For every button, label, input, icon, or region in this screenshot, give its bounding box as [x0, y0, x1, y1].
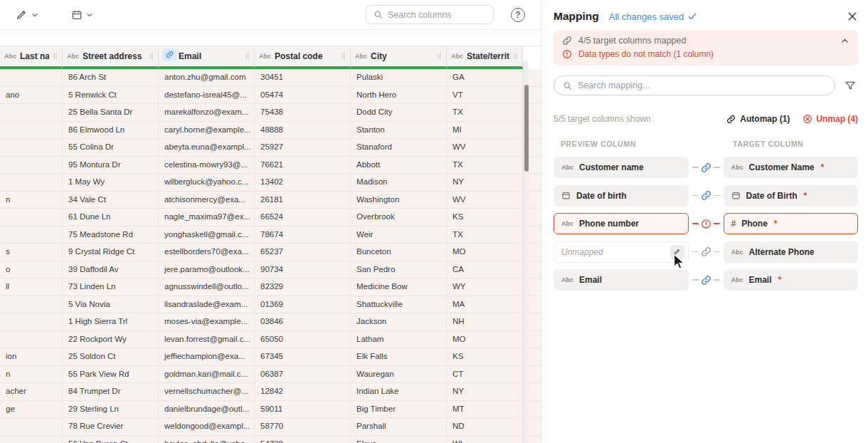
table-cell[interactable]: MO — [447, 244, 523, 261]
table-cell[interactable]: 95 Montura Dr — [63, 157, 159, 174]
table-cell[interactable]: NH — [447, 313, 523, 330]
vertical-scrollbar[interactable] — [523, 61, 529, 443]
table-cell[interactable]: nagle_maxima97@ex... — [159, 209, 255, 226]
table-cell[interactable]: 39 Daffodil Av — [63, 261, 159, 278]
table-cell[interactable]: n — [0, 192, 63, 209]
drag-handle-icon[interactable]: ⠿ — [149, 53, 154, 61]
table-cell[interactable]: 30451 — [255, 69, 351, 86]
table-cell[interactable]: danielbrundage@outl... — [159, 401, 255, 418]
table-cell[interactable]: San Pedro — [351, 261, 447, 278]
table-cell[interactable]: Big Timber — [351, 401, 447, 418]
table-cell[interactable]: caryl.horne@example... — [159, 122, 255, 139]
table-cell[interactable] — [0, 174, 63, 191]
table-cell[interactable]: 25 Bella Santa Dr — [63, 104, 159, 121]
table-cell[interactable]: Dodd City — [351, 104, 447, 121]
table-cell[interactable]: vernellschumacher@... — [159, 383, 255, 400]
preview-column-pill[interactable]: Date of birth — [554, 185, 689, 207]
drag-handle-icon[interactable]: ⠿ — [53, 53, 58, 61]
table-cell[interactable]: celestina-mowry93@... — [159, 157, 255, 174]
table-cell[interactable]: CT — [447, 366, 523, 383]
table-cell[interactable]: MT — [447, 401, 523, 418]
table-cell[interactable]: lisandraslade@exam... — [159, 296, 255, 313]
table-cell[interactable]: Weir — [351, 226, 447, 244]
target-column-pill[interactable]: Abc Email * — [724, 269, 859, 291]
table-cell[interactable]: s — [0, 244, 63, 261]
table-cell[interactable]: jere.paramo@outlook... — [159, 261, 255, 278]
table-cell[interactable]: 82329 — [255, 278, 351, 296]
table-cell[interactable]: 01369 — [255, 296, 351, 313]
table-cell[interactable]: 13402 — [255, 174, 351, 191]
table-cell[interactable]: marekalfonzo@exam... — [159, 104, 255, 121]
table-cell[interactable]: moses-via@example... — [159, 313, 255, 330]
table-cell[interactable]: KS — [447, 209, 523, 226]
table-cell[interactable]: Indian Lake — [351, 383, 447, 400]
table-cell[interactable]: Jackson — [351, 313, 447, 330]
table-cell[interactable]: Bunceton — [351, 244, 447, 261]
scrollbar-thumb[interactable] — [524, 85, 529, 172]
target-column-pill[interactable]: Abc Alternate Phone — [724, 241, 859, 263]
table-cell[interactable]: levan.forrest@gmail.c... — [159, 331, 255, 348]
link-icon[interactable] — [701, 162, 711, 173]
mapping-search[interactable] — [554, 75, 835, 95]
table-cell[interactable] — [0, 331, 63, 348]
table-cell[interactable]: TX — [447, 157, 523, 174]
table-cell[interactable]: VT — [447, 87, 523, 104]
target-column-pill[interactable]: Date of Birth * — [724, 185, 859, 207]
table-cell[interactable]: MA — [447, 296, 523, 313]
table-cell[interactable]: TX — [447, 104, 523, 121]
table-cell[interactable]: Parshall — [351, 418, 447, 435]
help-button[interactable]: ? — [511, 8, 525, 22]
column-header-city[interactable]: AbcCity⠿ — [351, 46, 447, 69]
layout-tool-button[interactable] — [71, 9, 93, 21]
table-cell[interactable]: 29 Sterling Ln — [63, 401, 159, 418]
link-icon[interactable] — [701, 246, 711, 257]
table-cell[interactable]: 73 Linden Ln — [63, 278, 159, 296]
link-icon[interactable] — [701, 275, 711, 286]
table-cell[interactable]: CA — [447, 261, 523, 278]
column-header-state-territory[interactable]: AbcState/territory⠿ — [447, 46, 523, 69]
table-cell[interactable] — [0, 226, 63, 244]
table-cell[interactable]: 76621 — [255, 157, 351, 174]
table-cell[interactable] — [0, 122, 63, 139]
table-cell[interactable]: ND — [447, 418, 523, 435]
table-cell[interactable]: 75438 — [255, 104, 351, 121]
table-cell[interactable]: n — [0, 366, 63, 383]
table-cell[interactable]: 22 Rockport Wy — [63, 331, 159, 348]
table-cell[interactable] — [0, 313, 63, 330]
table-cell[interactable]: 86 Elmwood Ln — [63, 122, 159, 139]
target-column-pill[interactable]: Abc Customer Name * — [724, 157, 859, 178]
table-cell[interactable]: Medicine Bow — [351, 278, 447, 296]
table-cell[interactable]: 48888 — [255, 122, 351, 139]
table-cell[interactable]: 03846 — [255, 313, 351, 330]
table-cell[interactable]: WY — [447, 278, 523, 296]
table-cell[interactable]: boyles_obdulia@yaho... — [159, 436, 255, 443]
target-column-pill[interactable]: # Phone * — [724, 213, 859, 234]
table-cell[interactable]: 61 Dune Ln — [63, 209, 159, 226]
table-cell[interactable]: Madison — [351, 174, 447, 191]
table-cell[interactable]: 1 High Sierra Trl — [63, 313, 159, 330]
table-cell[interactable]: Shattuckville — [351, 296, 447, 313]
table-cell[interactable] — [0, 418, 63, 435]
table-cell[interactable]: 55 Park View Rd — [63, 366, 159, 383]
table-cell[interactable]: Latham — [351, 331, 447, 348]
table-cell[interactable]: anton.zhu@gmail.com — [159, 69, 255, 86]
table-cell[interactable]: MI — [447, 122, 523, 139]
table-cell[interactable]: 78 Rue Crevier — [63, 418, 159, 435]
table-cell[interactable]: MO — [447, 331, 523, 348]
table-cell[interactable]: Eleva — [351, 436, 447, 443]
table-cell[interactable]: 5 Via Novia — [63, 296, 159, 313]
edit-mapping-button[interactable] — [670, 245, 684, 259]
unmap-button[interactable]: Unmap (4) — [803, 114, 858, 124]
table-cell[interactable]: Pulaski — [351, 69, 447, 86]
table-cell[interactable]: 06387 — [255, 366, 351, 383]
table-cell[interactable]: 25927 — [255, 139, 351, 156]
table-cell[interactable]: TX — [447, 226, 523, 244]
table-cell[interactable]: Overbrook — [351, 209, 447, 226]
table-cell[interactable]: 59011 — [255, 401, 351, 418]
table-cell[interactable]: 25 Soldon Ct — [63, 348, 159, 365]
table-cell[interactable]: 75 Meadstone Rd — [63, 226, 159, 244]
table-cell[interactable]: ano — [0, 87, 63, 104]
table-cell[interactable]: WI — [447, 436, 523, 443]
table-cell[interactable] — [0, 69, 63, 86]
preview-column-pill[interactable]: Abc Phone number — [554, 213, 689, 234]
